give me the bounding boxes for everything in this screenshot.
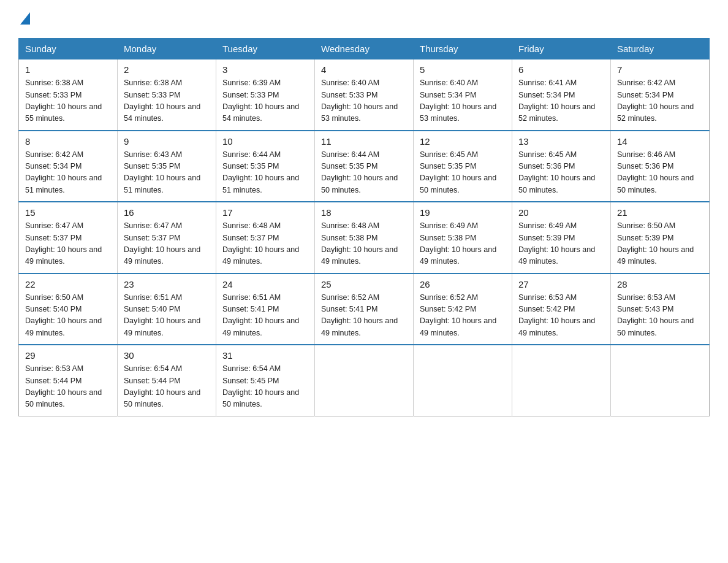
weekday-header-thursday: Thursday <box>414 39 512 59</box>
day-info: Sunrise: 6:50 AMSunset: 5:40 PMDaylight:… <box>25 292 111 340</box>
day-number: 16 <box>124 207 210 218</box>
calendar-cell: 9 Sunrise: 6:43 AMSunset: 5:35 PMDayligh… <box>118 131 216 202</box>
day-info: Sunrise: 6:50 AMSunset: 5:39 PMDaylight:… <box>617 220 703 268</box>
day-info: Sunrise: 6:40 AMSunset: 5:34 PMDaylight:… <box>420 77 506 125</box>
calendar-cell: 27 Sunrise: 6:53 AMSunset: 5:42 PMDaylig… <box>512 274 611 345</box>
svg-marker-0 <box>20 12 30 25</box>
weekday-header-monday: Monday <box>118 39 216 59</box>
calendar-cell: 25 Sunrise: 6:52 AMSunset: 5:41 PMDaylig… <box>315 274 414 345</box>
weekday-header-saturday: Saturday <box>611 39 710 59</box>
calendar-week-row: 1 Sunrise: 6:38 AMSunset: 5:33 PMDayligh… <box>19 59 710 131</box>
day-info: Sunrise: 6:42 AMSunset: 5:34 PMDaylight:… <box>25 149 111 197</box>
day-info: Sunrise: 6:52 AMSunset: 5:42 PMDaylight:… <box>420 292 506 340</box>
day-number: 18 <box>321 207 407 218</box>
calendar-cell: 30 Sunrise: 6:54 AMSunset: 5:44 PMDaylig… <box>118 345 216 416</box>
day-number: 13 <box>518 136 604 147</box>
day-number: 9 <box>124 136 210 147</box>
calendar-cell: 7 Sunrise: 6:42 AMSunset: 5:34 PMDayligh… <box>611 59 710 131</box>
day-info: Sunrise: 6:53 AMSunset: 5:42 PMDaylight:… <box>518 292 604 340</box>
calendar-cell: 24 Sunrise: 6:51 AMSunset: 5:41 PMDaylig… <box>216 274 315 345</box>
day-number: 31 <box>222 350 308 361</box>
day-info: Sunrise: 6:51 AMSunset: 5:40 PMDaylight:… <box>124 292 210 340</box>
day-number: 22 <box>25 279 111 289</box>
day-number: 5 <box>420 64 506 75</box>
calendar-cell: 22 Sunrise: 6:50 AMSunset: 5:40 PMDaylig… <box>19 274 118 345</box>
day-info: Sunrise: 6:48 AMSunset: 5:37 PMDaylight:… <box>222 220 308 268</box>
calendar-cell: 28 Sunrise: 6:53 AMSunset: 5:43 PMDaylig… <box>611 274 710 345</box>
calendar-week-row: 8 Sunrise: 6:42 AMSunset: 5:34 PMDayligh… <box>19 131 710 202</box>
day-number: 15 <box>25 207 111 218</box>
day-number: 20 <box>518 207 604 218</box>
day-info: Sunrise: 6:41 AMSunset: 5:34 PMDaylight:… <box>518 77 604 125</box>
day-number: 23 <box>124 279 210 289</box>
calendar-table: SundayMondayTuesdayWednesdayThursdayFrid… <box>18 38 710 416</box>
calendar-cell <box>315 345 414 416</box>
calendar-cell: 14 Sunrise: 6:46 AMSunset: 5:36 PMDaylig… <box>611 131 710 202</box>
day-number: 3 <box>222 64 308 75</box>
calendar-week-row: 29 Sunrise: 6:53 AMSunset: 5:44 PMDaylig… <box>19 345 710 416</box>
weekday-header-row: SundayMondayTuesdayWednesdayThursdayFrid… <box>19 39 710 59</box>
day-number: 26 <box>420 279 506 289</box>
day-number: 14 <box>617 136 703 147</box>
day-info: Sunrise: 6:54 AMSunset: 5:45 PMDaylight:… <box>222 363 308 411</box>
day-info: Sunrise: 6:47 AMSunset: 5:37 PMDaylight:… <box>25 220 111 268</box>
calendar-week-row: 15 Sunrise: 6:47 AMSunset: 5:37 PMDaylig… <box>19 202 710 274</box>
day-number: 27 <box>518 279 604 289</box>
weekday-header-tuesday: Tuesday <box>216 39 315 59</box>
calendar-cell: 18 Sunrise: 6:48 AMSunset: 5:38 PMDaylig… <box>315 202 414 274</box>
day-info: Sunrise: 6:48 AMSunset: 5:38 PMDaylight:… <box>321 220 407 268</box>
day-info: Sunrise: 6:49 AMSunset: 5:39 PMDaylight:… <box>518 220 604 268</box>
calendar-cell: 11 Sunrise: 6:44 AMSunset: 5:35 PMDaylig… <box>315 131 414 202</box>
day-number: 25 <box>321 279 407 289</box>
calendar-cell: 21 Sunrise: 6:50 AMSunset: 5:39 PMDaylig… <box>611 202 710 274</box>
calendar-week-row: 22 Sunrise: 6:50 AMSunset: 5:40 PMDaylig… <box>19 274 710 345</box>
day-info: Sunrise: 6:46 AMSunset: 5:36 PMDaylight:… <box>617 149 703 197</box>
calendar-cell: 20 Sunrise: 6:49 AMSunset: 5:39 PMDaylig… <box>512 202 611 274</box>
day-number: 12 <box>420 136 506 147</box>
day-info: Sunrise: 6:47 AMSunset: 5:37 PMDaylight:… <box>124 220 210 268</box>
day-info: Sunrise: 6:53 AMSunset: 5:43 PMDaylight:… <box>617 292 703 340</box>
day-info: Sunrise: 6:49 AMSunset: 5:38 PMDaylight:… <box>420 220 506 268</box>
day-number: 29 <box>25 350 111 361</box>
day-number: 30 <box>124 350 210 361</box>
calendar-cell: 19 Sunrise: 6:49 AMSunset: 5:38 PMDaylig… <box>414 202 512 274</box>
calendar-cell: 4 Sunrise: 6:40 AMSunset: 5:33 PMDayligh… <box>315 59 414 131</box>
day-info: Sunrise: 6:38 AMSunset: 5:33 PMDaylight:… <box>25 77 111 125</box>
day-info: Sunrise: 6:52 AMSunset: 5:41 PMDaylight:… <box>321 292 407 340</box>
day-info: Sunrise: 6:51 AMSunset: 5:41 PMDaylight:… <box>222 292 308 340</box>
calendar-cell: 6 Sunrise: 6:41 AMSunset: 5:34 PMDayligh… <box>512 59 611 131</box>
calendar-cell: 15 Sunrise: 6:47 AMSunset: 5:37 PMDaylig… <box>19 202 118 274</box>
day-number: 4 <box>321 64 407 75</box>
day-info: Sunrise: 6:39 AMSunset: 5:33 PMDaylight:… <box>222 77 308 125</box>
day-info: Sunrise: 6:42 AMSunset: 5:34 PMDaylight:… <box>617 77 703 125</box>
calendar-cell: 31 Sunrise: 6:54 AMSunset: 5:45 PMDaylig… <box>216 345 315 416</box>
calendar-cell: 10 Sunrise: 6:44 AMSunset: 5:35 PMDaylig… <box>216 131 315 202</box>
day-number: 11 <box>321 136 407 147</box>
day-number: 2 <box>124 64 210 75</box>
day-number: 17 <box>222 207 308 218</box>
calendar-cell: 29 Sunrise: 6:53 AMSunset: 5:44 PMDaylig… <box>19 345 118 416</box>
day-number: 7 <box>617 64 703 75</box>
calendar-cell: 16 Sunrise: 6:47 AMSunset: 5:37 PMDaylig… <box>118 202 216 274</box>
calendar-cell: 26 Sunrise: 6:52 AMSunset: 5:42 PMDaylig… <box>414 274 512 345</box>
day-number: 28 <box>617 279 703 289</box>
weekday-header-friday: Friday <box>512 39 611 59</box>
day-number: 10 <box>222 136 308 147</box>
page-header <box>18 12 710 27</box>
calendar-cell: 13 Sunrise: 6:45 AMSunset: 5:36 PMDaylig… <box>512 131 611 202</box>
day-info: Sunrise: 6:53 AMSunset: 5:44 PMDaylight:… <box>25 363 111 411</box>
day-info: Sunrise: 6:45 AMSunset: 5:36 PMDaylight:… <box>518 149 604 197</box>
day-info: Sunrise: 6:44 AMSunset: 5:35 PMDaylight:… <box>321 149 407 197</box>
day-info: Sunrise: 6:40 AMSunset: 5:33 PMDaylight:… <box>321 77 407 125</box>
calendar-cell: 5 Sunrise: 6:40 AMSunset: 5:34 PMDayligh… <box>414 59 512 131</box>
day-number: 8 <box>25 136 111 147</box>
calendar-cell: 12 Sunrise: 6:45 AMSunset: 5:35 PMDaylig… <box>414 131 512 202</box>
day-info: Sunrise: 6:43 AMSunset: 5:35 PMDaylight:… <box>124 149 210 197</box>
calendar-cell: 1 Sunrise: 6:38 AMSunset: 5:33 PMDayligh… <box>19 59 118 131</box>
day-number: 6 <box>518 64 604 75</box>
day-number: 1 <box>25 64 111 75</box>
calendar-cell: 8 Sunrise: 6:42 AMSunset: 5:34 PMDayligh… <box>19 131 118 202</box>
day-number: 21 <box>617 207 703 218</box>
logo <box>18 12 30 27</box>
day-info: Sunrise: 6:44 AMSunset: 5:35 PMDaylight:… <box>222 149 308 197</box>
